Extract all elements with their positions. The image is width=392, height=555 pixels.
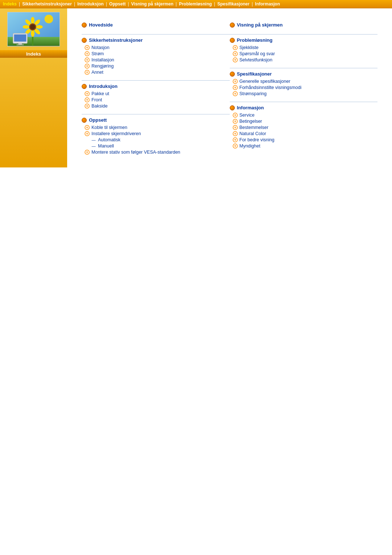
- topnav-item-intro[interactable]: Introduksjon: [77, 1, 104, 7]
- section-informasjon: Informasjon Service: [230, 102, 378, 154]
- g-icon-bedre: [233, 137, 238, 142]
- link-sjekkliste[interactable]: Sjekkliste: [233, 45, 378, 50]
- link-service[interactable]: Service: [233, 113, 378, 118]
- link-koble[interactable]: Koble til skjermen: [85, 125, 230, 130]
- topnav-item-problem[interactable]: Problemløsning: [179, 1, 212, 7]
- link-selvtest[interactable]: Selvtestfunksjon: [233, 57, 378, 62]
- link-oppsett[interactable]: Oppsett: [82, 117, 230, 123]
- topnav-item-visning[interactable]: Visning på skjermen: [131, 1, 173, 7]
- title-intro: Introduksjon: [89, 84, 118, 89]
- link-for-bedre[interactable]: For bedre visning: [233, 137, 378, 142]
- section-intro: Introduksjon Pakke ut: [82, 81, 230, 114]
- svg-point-10: [23, 25, 30, 29]
- section-problem: Problemløsning Sjekkliste: [230, 35, 378, 68]
- svg-rect-17: [17, 44, 24, 45]
- topnav-item-indeks[interactable]: Indeks: [3, 1, 17, 7]
- link-stromsparing[interactable]: Strømsparing: [233, 91, 378, 96]
- link-front[interactable]: Front: [85, 97, 230, 102]
- link-manuell[interactable]: Manuell: [91, 143, 230, 149]
- link-montere[interactable]: Montere stativ som følger VESA-standarde…: [85, 150, 230, 155]
- link-intro[interactable]: Introduksjon: [82, 84, 230, 89]
- link-notasjon[interactable]: Notasjon: [85, 45, 230, 50]
- g-icon-sjekkliste: [233, 45, 238, 50]
- g-icon-forhand: [233, 85, 238, 90]
- section-spesif: Spesifikasjoner Generelle spes: [230, 68, 378, 102]
- subitems-spesif: Generelle spesifikasjoner Forhåndsinnst: [233, 79, 378, 96]
- link-sporsmal[interactable]: Spørsmål og svar: [233, 51, 378, 56]
- main-layout: Indeks Hovedside Sikkerhetsinstruksjoner: [0, 8, 392, 167]
- content-area: Hovedside Sikkerhetsinstruksjoner: [67, 8, 392, 167]
- link-bakside[interactable]: Bakside: [85, 104, 230, 109]
- svg-rect-16: [19, 43, 22, 44]
- circle-icon-intro: [82, 84, 87, 89]
- topnav-sep-4: |: [128, 1, 129, 7]
- link-problem[interactable]: Problemløsning: [230, 37, 378, 43]
- link-visning[interactable]: Visning på skjermen: [230, 22, 378, 28]
- sidebar-label: Indeks: [0, 50, 67, 58]
- link-sikkerhet[interactable]: Sikkerhetsinstruksjoner: [82, 37, 230, 43]
- g-icon-pakke: [85, 91, 90, 96]
- col2: Visning på skjermen Problemløsning: [230, 19, 378, 160]
- topnav-item-sikkerhet[interactable]: Sikkerhetsinstruksjoner: [22, 1, 72, 7]
- subitems-problem: Sjekkliste Spørsmål og svar: [233, 45, 378, 62]
- topnav-item-oppsett[interactable]: Oppsett: [109, 1, 126, 7]
- circle-icon-informasjon: [230, 105, 235, 110]
- section-visning: Visning på skjermen: [230, 19, 378, 35]
- g-icon-betingelser: [233, 119, 238, 124]
- topnav-item-spesif[interactable]: Spesifikasjoner: [217, 1, 250, 7]
- title-informasjon: Informasjon: [237, 105, 264, 110]
- link-installere[interactable]: Installere skjermdriveren: [85, 131, 230, 136]
- topnav-sep-7: |: [252, 1, 253, 7]
- sidebar-image: [7, 12, 60, 46]
- col1: Hovedside Sikkerhetsinstruksjoner: [82, 19, 230, 160]
- link-annet[interactable]: Annet: [85, 70, 230, 75]
- topnav-item-info[interactable]: Informasjon: [255, 1, 280, 7]
- link-rengjoring[interactable]: Rengjøring: [85, 64, 230, 69]
- g-icon-sporsmal: [233, 51, 238, 56]
- topnav-sep-5: |: [176, 1, 177, 7]
- title-sikkerhet: Sikkerhetsinstruksjoner: [89, 37, 143, 43]
- topnav: Indeks | Sikkerhetsinstruksjoner | Intro…: [0, 0, 392, 8]
- link-generelle[interactable]: Generelle spesifikasjoner: [233, 79, 378, 84]
- g-icon-strom: [85, 51, 90, 56]
- circle-icon-visning: [230, 23, 235, 28]
- title-problem: Problemløsning: [237, 37, 273, 43]
- link-hovedside[interactable]: Hovedside: [82, 22, 230, 28]
- link-forhand[interactable]: Forhåndsinnstilte visningsmodi: [233, 85, 378, 90]
- g-icon-notasjon: [85, 45, 90, 50]
- link-pakke-ut[interactable]: Pakke ut: [85, 91, 230, 96]
- g-icon-installere: [85, 131, 90, 136]
- subitems-informasjon: Service Betingelser: [233, 113, 378, 149]
- topnav-sep-3: |: [106, 1, 107, 7]
- subitems-intro: Pakke ut Front: [85, 91, 230, 109]
- link-strom[interactable]: Strøm: [85, 51, 230, 56]
- link-spesif[interactable]: Spesifikasjoner: [230, 71, 378, 77]
- circle-icon-problem: [230, 38, 235, 43]
- subitems-sikkerhet: Notasjon Strøm: [85, 45, 230, 75]
- section-sikkerhet: Sikkerhetsinstruksjoner Notasj: [82, 35, 230, 81]
- g-icon-front: [85, 97, 90, 102]
- topnav-sep-1: |: [19, 1, 20, 7]
- g-icon-montere: [85, 150, 90, 155]
- g-icon-myndighet: [233, 143, 238, 149]
- g-icon-annet: [85, 70, 90, 75]
- link-myndighet[interactable]: Myndighet: [233, 143, 378, 149]
- circle-icon-oppsett: [82, 118, 87, 123]
- topnav-sep-6: |: [214, 1, 215, 7]
- link-installasjon[interactable]: Installasjon: [85, 57, 230, 62]
- topnav-sep-2: |: [74, 1, 75, 7]
- g-icon-installasjon: [85, 57, 90, 62]
- link-informasjon[interactable]: Informasjon: [230, 105, 378, 110]
- svg-point-8: [31, 30, 34, 37]
- link-betingelser[interactable]: Betingelser: [233, 119, 378, 124]
- link-natural-color[interactable]: Natural Color: [233, 131, 378, 136]
- link-automatisk[interactable]: Automatisk: [91, 137, 230, 142]
- circle-icon-hovedside: [82, 23, 87, 28]
- g-icon-koble: [85, 125, 90, 130]
- g-icon-service: [233, 113, 238, 118]
- g-icon-rengjoring: [85, 64, 90, 69]
- link-bestemmelser[interactable]: Bestemmelser: [233, 125, 378, 130]
- sidebar: Indeks: [0, 8, 67, 167]
- circle-icon-spesif: [230, 72, 235, 77]
- title-hovedside: Hovedside: [89, 22, 113, 28]
